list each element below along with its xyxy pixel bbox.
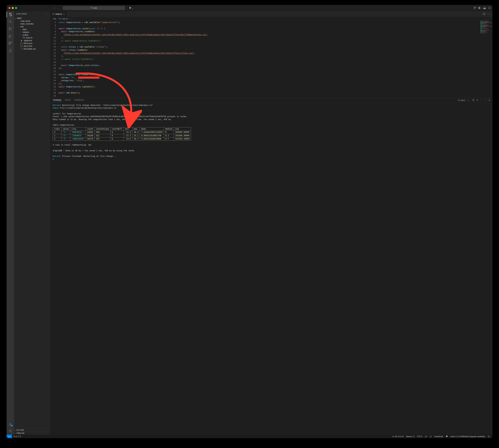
svg-rect-19 [10, 42, 12, 43]
chevron-right-icon: › [15, 432, 16, 434]
folder-item[interactable]: ⌄sda [15, 25, 50, 28]
status-deno[interactable]: Deno 2.1.9+28834a8 (Upgrade available) [449, 435, 486, 437]
typescript-file-icon: TS [52, 13, 54, 15]
editor-area: TS main.ts × ··· sda› TS main.ts› ... 56… [50, 11, 492, 435]
nav-forward-icon[interactable]: → [57, 7, 60, 9]
testing-activity-icon[interactable] [8, 48, 12, 53]
ports-tab[interactable]: PORTS [65, 99, 71, 102]
chevron-down-icon: ⌄ [15, 17, 16, 19]
explorer-folder-root[interactable]: ⌄ TEST [14, 17, 50, 20]
outline-section[interactable]: ›OUTLINE [14, 428, 50, 432]
body: 1 EXPLORER ··· ⌄ TEST ›.sda-cache›node_m… [7, 11, 492, 435]
editor-more-icon[interactable]: ··· [487, 13, 490, 16]
svg-point-22 [10, 430, 11, 431]
editor-tabs: TS main.ts × ··· [50, 11, 492, 17]
new-terminal-icon[interactable]: ＋⌄ [467, 99, 470, 102]
panel-more-icon[interactable]: ··· [480, 99, 483, 101]
file-item[interactable]: ◆.gitignore [15, 39, 50, 42]
file-item[interactable]: TSmain.ts [15, 36, 50, 39]
folder-item[interactable]: ›data [15, 28, 50, 31]
folder-item[interactable]: ›helpers [15, 31, 50, 33]
typescript-file-icon: TS [23, 37, 25, 39]
svg-rect-6 [479, 7, 480, 9]
timeline-section[interactable]: ›TIMELINE [14, 432, 50, 435]
tab-close-icon[interactable]: × [63, 13, 65, 15]
status-language[interactable]: TypeScript [433, 435, 444, 437]
status-bell-icon[interactable] [486, 435, 491, 438]
folder-item[interactable]: ›node_modules [15, 22, 50, 25]
copilot-menu[interactable]: ⌄ [129, 7, 134, 9]
svg-rect-20 [9, 44, 10, 45]
svg-line-12 [11, 22, 12, 23]
terminal-runner-label[interactable]: deno [458, 99, 465, 101]
svg-rect-4 [474, 8, 475, 9]
toggle-sidebar-right-icon[interactable] [488, 7, 490, 9]
maximize-panel-icon[interactable]: ⌃ [485, 99, 487, 101]
typescript-file-icon: TS [59, 18, 61, 20]
git-file-icon: ◆ [20, 39, 23, 42]
extensions-activity-icon[interactable] [8, 41, 12, 46]
terminal-output[interactable]: Watcher Restarting! File change detected… [50, 103, 492, 435]
chevron-right-icon: › [17, 23, 19, 25]
svg-rect-3 [475, 7, 476, 8]
minimap[interactable] [479, 21, 492, 50]
window-controls [9, 7, 17, 9]
nav-back-icon[interactable]: ← [53, 7, 56, 9]
status-copilot-icon[interactable] [444, 435, 449, 438]
layout-customize-icon[interactable] [474, 7, 476, 9]
svg-rect-8 [483, 8, 486, 9]
json-file-icon: { } [20, 42, 23, 45]
chevron-right-icon: › [20, 31, 22, 33]
maximize-window-icon[interactable] [15, 7, 17, 9]
folder-item[interactable]: ›output [15, 33, 50, 36]
file-item[interactable]: { }deno.lock [15, 45, 50, 47]
output-table: (idx)valuecitycountcountUniquecountNullm… [53, 127, 191, 141]
folder-item[interactable]: ›.sda-cache [15, 20, 50, 22]
line-number-gutter: 5678910111213141516171819202122232425262… [50, 21, 58, 98]
warning-icon: ⚠ [17, 435, 19, 438]
status-encoding[interactable]: UTF-8 [416, 435, 424, 437]
split-terminal-icon[interactable] [472, 99, 474, 102]
chevron-right-icon: › [20, 34, 22, 36]
file-item[interactable]: ⓘREADME.md [15, 47, 50, 51]
close-panel-icon[interactable]: ✕ [489, 99, 490, 101]
kill-terminal-icon[interactable] [476, 99, 478, 102]
minimize-window-icon[interactable] [12, 7, 14, 9]
search-text: test [94, 7, 97, 9]
toggle-panel-icon[interactable] [483, 7, 486, 9]
file-item[interactable]: { }deno.json [15, 42, 50, 45]
status-problems[interactable]: ⊘0 ⚠0 [12, 435, 22, 438]
chevron-down-icon: ⌄ [17, 26, 19, 28]
code-content[interactable]: const temperatures = sdb.newTable("tempe… [58, 21, 492, 98]
svg-rect-9 [488, 7, 490, 9]
chevron-right-icon: › [20, 29, 22, 30]
split-editor-icon[interactable] [483, 13, 485, 16]
status-bar: ⊘0 ⚠0 Ln 28, Col 18 Spaces: 4 UTF-8 LF {… [7, 435, 492, 438]
explorer-header: EXPLORER ··· [14, 11, 50, 17]
breadcrumb[interactable]: sda› TS main.ts› ... [50, 17, 492, 21]
accounts-badge: 1 [11, 425, 13, 427]
comments-tab[interactable]: COMMENTS [74, 99, 84, 102]
run-debug-activity-icon[interactable] [8, 34, 12, 38]
terminal-panel: TERMINAL PORTS COMMENTS deno ＋⌄ ··· ⌃ ✕ [50, 98, 492, 435]
tab-filename: main.ts [55, 13, 62, 15]
explorer-activity-icon[interactable] [8, 12, 12, 17]
close-window-icon[interactable] [9, 7, 10, 9]
search-activity-icon[interactable] [8, 20, 12, 24]
command-center-search[interactable]: test [63, 6, 125, 10]
accounts-activity-icon[interactable]: 1 [8, 422, 12, 426]
svg-rect-2 [474, 7, 475, 8]
code-editor[interactable]: 5678910111213141516171819202122232425262… [50, 21, 492, 98]
settings-activity-icon[interactable] [8, 429, 12, 433]
svg-rect-25 [458, 100, 460, 101]
status-indent[interactable]: Spaces: 4 [405, 435, 416, 437]
editor-tab-main[interactable]: TS main.ts × [50, 11, 67, 17]
remote-indicator[interactable] [7, 435, 12, 438]
status-eol[interactable]: LF [424, 435, 428, 437]
status-braces-icon[interactable]: { } [428, 435, 433, 437]
status-cursor-pos[interactable]: Ln 28, Col 18 [391, 435, 405, 437]
source-control-activity-icon[interactable] [8, 27, 12, 31]
explorer-more-icon[interactable]: ··· [46, 13, 48, 15]
toggle-sidebar-left-icon[interactable] [479, 7, 481, 9]
terminal-tab[interactable]: TERMINAL [53, 99, 62, 102]
